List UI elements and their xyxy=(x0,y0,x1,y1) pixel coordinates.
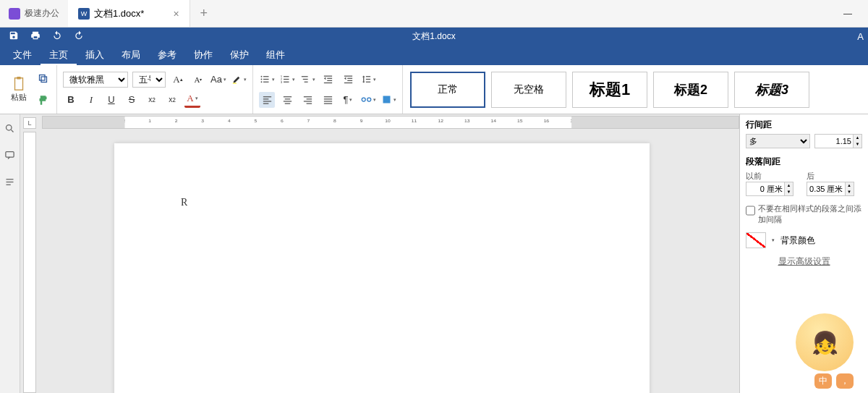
svg-rect-38 xyxy=(284,103,290,104)
menu-collab[interactable]: 协作 xyxy=(185,45,221,65)
multilevel-button[interactable] xyxy=(299,72,315,88)
line-spacing-button[interactable] xyxy=(360,72,376,88)
paste-button[interactable]: 粘贴 xyxy=(6,76,32,103)
after-label: 后 xyxy=(807,171,863,182)
svg-rect-45 xyxy=(323,101,331,101)
strike-button[interactable]: S xyxy=(124,92,140,108)
print-button[interactable] xyxy=(30,30,41,43)
numbering-button[interactable]: 123 xyxy=(279,72,295,88)
comments-icon[interactable] xyxy=(4,150,15,161)
svg-rect-27 xyxy=(344,83,352,83)
spacing-after-input[interactable]: ▲▼ xyxy=(807,182,854,196)
svg-point-5 xyxy=(260,76,262,77)
document-icon: W xyxy=(78,8,90,20)
svg-rect-17 xyxy=(301,76,307,77)
menu-protect[interactable]: 保护 xyxy=(221,45,258,65)
show-marks-button[interactable]: ¶ xyxy=(340,92,356,108)
page[interactable]: R xyxy=(114,143,650,393)
bullets-button[interactable] xyxy=(259,72,275,88)
decrease-font-button[interactable]: A▾ xyxy=(190,72,206,88)
increase-font-button[interactable]: A▴ xyxy=(170,72,186,88)
paste-label: 粘贴 xyxy=(11,92,27,103)
increase-indent-button[interactable] xyxy=(340,72,356,88)
document-tab[interactable]: W 文档1.docx* × xyxy=(68,0,190,27)
svg-rect-76 xyxy=(571,117,739,128)
redo-button[interactable] xyxy=(74,30,84,43)
svg-rect-30 xyxy=(365,82,370,83)
svg-rect-14 xyxy=(284,79,289,80)
app-logo-icon xyxy=(9,8,20,20)
italic-button[interactable]: I xyxy=(83,92,99,108)
assistant-avatar-icon[interactable]: 👧 xyxy=(796,313,854,371)
merge-button[interactable] xyxy=(360,92,376,108)
line-spacing-value[interactable]: ▲▼ xyxy=(814,134,862,148)
vertical-ruler[interactable] xyxy=(23,132,36,393)
align-right-button[interactable] xyxy=(299,92,315,108)
highlight-button[interactable] xyxy=(231,72,247,88)
align-justify-button[interactable] xyxy=(320,92,336,108)
decrease-indent-button[interactable] xyxy=(320,72,336,88)
left-toolbar xyxy=(0,114,20,393)
svg-rect-36 xyxy=(284,98,290,99)
format-painter-button[interactable] xyxy=(35,93,51,109)
no-space-same-style-checkbox[interactable] xyxy=(746,203,755,218)
svg-rect-21 xyxy=(327,78,332,79)
style-heading1[interactable]: 标题1 xyxy=(572,72,647,108)
menu-addons[interactable]: 组件 xyxy=(258,45,294,65)
ime-badges: 中 ， xyxy=(814,373,854,389)
line-spacing-mode[interactable]: 多 xyxy=(746,134,810,148)
menu-layout[interactable]: 布局 xyxy=(113,45,149,65)
svg-rect-3 xyxy=(39,75,45,81)
font-name-select[interactable]: 微软雅黑 xyxy=(63,72,128,88)
user-menu[interactable]: A xyxy=(857,31,868,42)
app-tab[interactable]: 极速办公 xyxy=(0,0,68,27)
menu-insert[interactable]: 插入 xyxy=(77,45,113,65)
show-advanced-link[interactable]: 显示高级设置 xyxy=(746,255,862,268)
ime-punct-badge[interactable]: ， xyxy=(836,373,854,389)
svg-rect-37 xyxy=(283,101,291,101)
svg-rect-25 xyxy=(347,78,352,79)
style-heading3[interactable]: 标题3 xyxy=(734,72,809,108)
headings-icon[interactable] xyxy=(4,177,15,187)
tab-marker[interactable]: L xyxy=(23,117,36,129)
font-color-button[interactable]: A xyxy=(184,92,200,108)
svg-rect-44 xyxy=(323,98,331,99)
svg-text:3: 3 xyxy=(201,118,204,123)
svg-rect-40 xyxy=(306,98,312,99)
svg-point-7 xyxy=(260,79,262,80)
svg-rect-75 xyxy=(43,117,125,128)
menu-file[interactable]: 文件 xyxy=(4,45,41,65)
search-icon[interactable] xyxy=(4,123,15,134)
svg-rect-26 xyxy=(347,80,352,81)
undo-button[interactable] xyxy=(52,30,62,43)
svg-rect-31 xyxy=(263,96,271,97)
align-center-button[interactable] xyxy=(279,92,295,108)
svg-text:8: 8 xyxy=(333,118,336,123)
style-heading2[interactable]: 标题2 xyxy=(653,72,728,108)
bold-button[interactable]: B xyxy=(63,92,79,108)
minimize-button[interactable]: — xyxy=(835,4,861,23)
superscript-button[interactable]: x2 xyxy=(144,92,160,108)
ime-zh-badge[interactable]: 中 xyxy=(814,373,832,389)
shading-button[interactable] xyxy=(380,92,396,108)
spacing-before-input[interactable]: ▲▼ xyxy=(746,182,793,196)
subscript-button[interactable]: x2 xyxy=(164,92,180,108)
para-spacing-label: 段落间距 xyxy=(746,156,862,168)
style-nospace[interactable]: 无空格 xyxy=(491,72,566,108)
copy-button[interactable] xyxy=(35,71,51,87)
new-tab-button[interactable]: + xyxy=(190,6,218,21)
svg-text:11: 11 xyxy=(412,118,417,123)
save-button[interactable] xyxy=(9,30,19,43)
style-normal[interactable]: 正常 xyxy=(410,72,485,108)
font-size-select[interactable]: 五号 xyxy=(132,72,166,88)
change-case-button[interactable]: Aa xyxy=(210,72,226,88)
menu-home[interactable]: 主页 xyxy=(41,45,77,65)
menu-reference[interactable]: 参考 xyxy=(149,45,185,65)
underline-button[interactable]: U xyxy=(103,92,119,108)
tab-close-button[interactable]: × xyxy=(173,8,179,20)
svg-rect-2 xyxy=(41,77,47,83)
document-body[interactable]: R xyxy=(114,143,650,262)
align-left-button[interactable] xyxy=(259,92,275,108)
bgcolor-swatch[interactable] xyxy=(746,232,766,248)
horizontal-ruler[interactable]: 211234567891011121314151617 xyxy=(42,116,739,129)
